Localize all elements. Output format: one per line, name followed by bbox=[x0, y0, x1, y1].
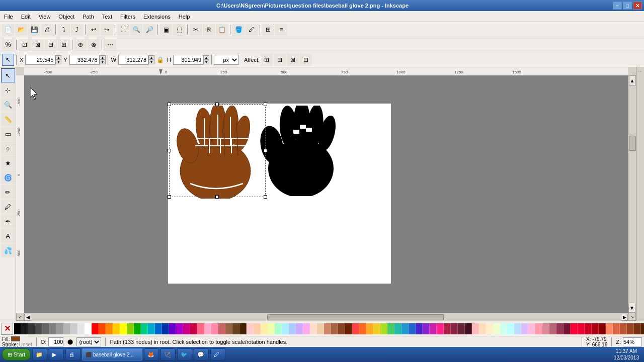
palette-color[interactable] bbox=[106, 323, 113, 334]
palette-color[interactable] bbox=[373, 323, 380, 334]
w-input[interactable] bbox=[118, 55, 148, 65]
palette-color[interactable] bbox=[634, 323, 641, 334]
opacity-input[interactable] bbox=[48, 337, 63, 346]
snap-mid[interactable]: ⊟ bbox=[45, 39, 57, 51]
palette-color[interactable] bbox=[190, 323, 197, 334]
palette-color[interactable] bbox=[113, 323, 120, 334]
bottom-scrollbar[interactable]: ◀ ▶ bbox=[24, 313, 628, 321]
y-down-arrow[interactable]: ▼ bbox=[100, 60, 106, 64]
palette-color[interactable] bbox=[592, 323, 599, 334]
palette-color[interactable] bbox=[613, 323, 620, 334]
palette-color[interactable] bbox=[627, 323, 634, 334]
palette-color[interactable] bbox=[275, 323, 282, 334]
palette-color[interactable] bbox=[528, 323, 535, 334]
taskbar-skype[interactable]: 💬 bbox=[194, 348, 209, 360]
stroke-button[interactable]: 🖊 bbox=[246, 24, 258, 36]
palette-color[interactable] bbox=[120, 323, 127, 334]
menu-path[interactable]: Path bbox=[78, 11, 98, 22]
calligraphy-tool[interactable]: ✒ bbox=[1, 214, 15, 228]
palette-color[interactable] bbox=[521, 323, 528, 334]
h-down-arrow[interactable]: ▼ bbox=[203, 60, 209, 64]
no-color-button[interactable]: ✕ bbox=[1, 323, 13, 335]
palette-color[interactable] bbox=[99, 323, 106, 334]
palette-color[interactable] bbox=[437, 323, 444, 334]
palette-color[interactable] bbox=[380, 323, 387, 334]
palette-color[interactable] bbox=[42, 323, 49, 334]
palette-color[interactable] bbox=[571, 323, 578, 334]
minimize-button[interactable]: − bbox=[613, 2, 622, 10]
palette-color[interactable] bbox=[549, 323, 556, 334]
affect-skew[interactable]: ⊠ bbox=[287, 54, 299, 66]
ellipse-tool[interactable]: ○ bbox=[1, 141, 15, 155]
zoom-out-button[interactable]: 🔎 bbox=[143, 24, 155, 36]
palette-color[interactable] bbox=[585, 323, 592, 334]
node-transform[interactable]: ⋯ bbox=[104, 39, 116, 51]
palette-color[interactable] bbox=[310, 323, 317, 334]
palette-color[interactable] bbox=[416, 323, 423, 334]
snap-bbox[interactable]: ⊠ bbox=[32, 39, 44, 51]
taskbar-firefox[interactable]: 🦊 bbox=[144, 348, 159, 360]
palette-color[interactable] bbox=[63, 323, 70, 334]
menu-view[interactable]: View bbox=[35, 11, 55, 22]
copy-button[interactable]: ⎘ bbox=[203, 24, 215, 36]
menu-edit[interactable]: Edit bbox=[17, 11, 35, 22]
menu-help[interactable]: Help bbox=[175, 11, 194, 22]
selector-tool[interactable]: ↖ bbox=[1, 68, 15, 82]
palette-color[interactable] bbox=[141, 323, 148, 334]
palette-color[interactable] bbox=[472, 323, 479, 334]
palette-color[interactable] bbox=[247, 323, 254, 334]
scroll-thumb-v[interactable] bbox=[629, 136, 636, 151]
open-button[interactable]: 📂 bbox=[15, 24, 27, 36]
palette-color[interactable] bbox=[430, 323, 437, 334]
group-button[interactable]: ▣ bbox=[160, 24, 172, 36]
opacity-control[interactable]: ⬤ bbox=[65, 337, 74, 346]
zoom-tool[interactable]: 🔍 bbox=[1, 98, 15, 112]
x-down-arrow[interactable]: ▼ bbox=[55, 60, 61, 64]
y-input[interactable] bbox=[69, 55, 100, 65]
palette-color[interactable] bbox=[338, 323, 345, 334]
spiral-tool[interactable]: 🌀 bbox=[1, 170, 15, 185]
palette-color[interactable] bbox=[49, 323, 56, 334]
w-up-arrow[interactable]: ▲ bbox=[148, 55, 154, 60]
taskbar-vlc[interactable]: ▶ bbox=[49, 348, 64, 360]
palette-color[interactable] bbox=[218, 323, 225, 334]
measure-tool[interactable]: 📏 bbox=[1, 112, 15, 126]
export-button[interactable]: ⤴ bbox=[71, 24, 83, 36]
taskbar-hp[interactable]: 🖨 bbox=[65, 348, 80, 360]
palette-color[interactable] bbox=[331, 323, 338, 334]
snap-center[interactable]: ⊞ bbox=[58, 39, 70, 51]
palette-color[interactable] bbox=[162, 323, 169, 334]
palette-color[interactable] bbox=[127, 323, 134, 334]
affect-pos[interactable]: ⊞ bbox=[261, 54, 273, 66]
palette-color[interactable] bbox=[542, 323, 549, 334]
palette-color[interactable] bbox=[444, 323, 451, 334]
palette-color[interactable] bbox=[578, 323, 585, 334]
rect-tool[interactable]: ▭ bbox=[1, 127, 15, 141]
paste-button[interactable]: 📋 bbox=[216, 24, 228, 36]
palette-color[interactable] bbox=[70, 323, 77, 334]
snap-toggle[interactable]: % bbox=[2, 39, 14, 51]
snap-guide[interactable]: ⊕ bbox=[74, 39, 87, 51]
xml-button[interactable]: ≡ bbox=[275, 24, 287, 36]
palette-color[interactable] bbox=[92, 323, 99, 334]
close-button[interactable]: ✕ bbox=[633, 2, 642, 10]
palette-color[interactable] bbox=[85, 323, 92, 334]
palette-color[interactable] bbox=[317, 323, 324, 334]
zoom-in-button[interactable]: 🔍 bbox=[130, 24, 142, 36]
pencil-tool[interactable]: ✏ bbox=[1, 185, 15, 199]
lock-icon[interactable]: 🔒 bbox=[155, 56, 165, 63]
scroll-right-arrow[interactable]: ▶ bbox=[621, 314, 628, 321]
save-button[interactable]: 💾 bbox=[28, 24, 40, 36]
palette-color[interactable] bbox=[458, 323, 465, 334]
palette-color[interactable] bbox=[225, 323, 232, 334]
node-tool[interactable]: ⊹ bbox=[1, 83, 15, 97]
snap-grid[interactable]: ⊗ bbox=[88, 39, 100, 51]
palette-color[interactable] bbox=[282, 323, 289, 334]
scroll-left-arrow[interactable]: ◀ bbox=[24, 314, 31, 321]
palette-color[interactable] bbox=[606, 323, 613, 334]
fill-swatch[interactable] bbox=[11, 336, 20, 341]
scroll-down-arrow[interactable]: ▼ bbox=[628, 303, 635, 313]
palette-color[interactable] bbox=[183, 323, 190, 334]
palette-color[interactable] bbox=[324, 323, 331, 334]
palette-color[interactable] bbox=[500, 323, 507, 334]
